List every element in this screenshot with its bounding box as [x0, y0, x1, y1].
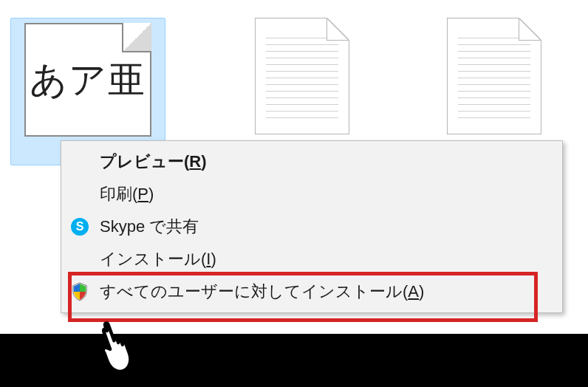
- menu-item-preview[interactable]: プレビュー(R): [63, 145, 561, 178]
- annotation-pointer-hand-icon: [92, 316, 145, 378]
- menu-item-label: ): [211, 250, 216, 268]
- menu-item-install-all-users[interactable]: すべてのユーザーに対してインストール(A): [63, 275, 561, 308]
- context-menu: プレビュー(R) 印刷(P) S Skype で共有 インストール(I): [61, 140, 563, 313]
- document-file-icon: [255, 18, 349, 134]
- menu-item-label: Skype で共有: [100, 216, 199, 238]
- menu-item-print[interactable]: 印刷(P): [63, 178, 561, 210]
- cropped-black-bar: [0, 334, 588, 387]
- menu-item-label: すべてのユーザーに対してインストール(: [100, 282, 408, 301]
- menu-item-label: プレビュー(: [100, 152, 189, 171]
- uac-shield-icon: [72, 282, 88, 301]
- menu-item-label: ): [201, 152, 206, 171]
- document-file-icon: [447, 18, 541, 134]
- menu-item-accel: P: [137, 185, 148, 203]
- menu-item-accel: R: [189, 152, 201, 171]
- menu-item-label: ): [419, 282, 424, 301]
- font-preview-text: あア亜: [30, 55, 146, 105]
- menu-item-label: インストール(: [100, 250, 206, 268]
- menu-item-label: 印刷(: [100, 185, 137, 203]
- menu-item-install[interactable]: インストール(I): [63, 243, 561, 275]
- skype-icon: S: [71, 218, 89, 236]
- menu-item-skype-share[interactable]: S Skype で共有: [63, 210, 561, 243]
- menu-item-label: ): [148, 185, 154, 203]
- menu-item-accel: A: [408, 282, 419, 301]
- font-file-icon: あア亜: [24, 23, 151, 137]
